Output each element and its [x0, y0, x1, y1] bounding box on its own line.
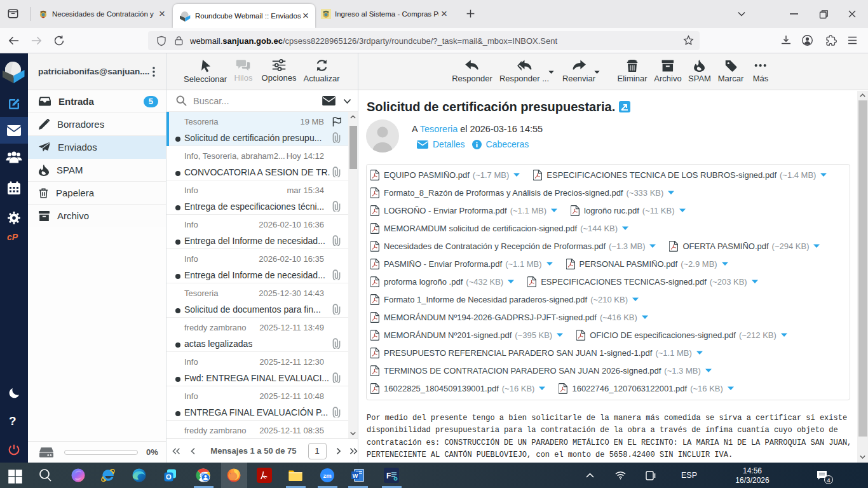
- svg-text:F: F: [386, 471, 391, 480]
- svg-text:W: W: [353, 473, 358, 479]
- svg-text:zm: zm: [323, 472, 331, 479]
